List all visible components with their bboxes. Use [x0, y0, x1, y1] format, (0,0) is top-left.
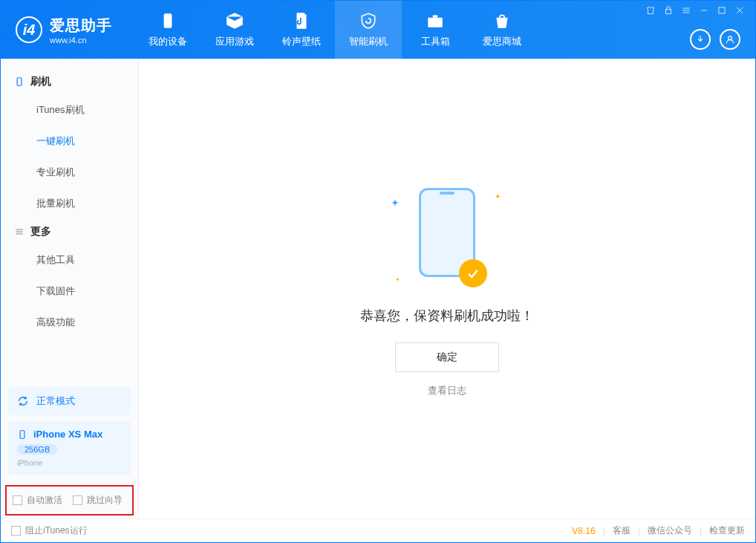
toolbox-icon — [426, 11, 445, 30]
checkbox-icon — [73, 495, 82, 505]
sparkle-icon: ✦ — [395, 276, 400, 283]
section-label: 更多 — [30, 225, 51, 238]
minimize-icon[interactable] — [699, 5, 709, 18]
ok-button[interactable]: 确定 — [395, 342, 499, 372]
sidebar-item-batch-flash[interactable]: 批量刷机 — [1, 188, 138, 219]
download-button[interactable] — [690, 29, 711, 50]
lock-icon[interactable] — [663, 5, 674, 18]
user-button[interactable] — [720, 29, 740, 50]
tab-apps-games[interactable]: 应用游戏 — [201, 1, 268, 59]
checkbox-icon — [11, 526, 21, 536]
tab-label: 应用游戏 — [215, 35, 254, 48]
cube-icon — [225, 11, 244, 30]
mode-box[interactable]: 正常模式 — [8, 387, 131, 415]
phone-icon — [14, 77, 25, 87]
sparkle-icon: ✦ — [495, 192, 501, 201]
tab-toolbox[interactable]: 工具箱 — [402, 1, 469, 59]
highlighted-options: 自动激活 跳过向导 — [5, 485, 134, 516]
shirt-icon[interactable] — [645, 5, 656, 18]
tab-label: 铃声壁纸 — [282, 35, 321, 48]
sidebar-item-onekey-flash[interactable]: 一键刷机 — [1, 126, 138, 157]
wechat-link[interactable]: 微信公众号 — [648, 524, 692, 537]
device-icon — [158, 11, 177, 30]
checkbox-icon — [13, 495, 22, 505]
success-graphic: ✦ ✦ ✦ — [373, 181, 521, 292]
tab-label: 工具箱 — [421, 35, 450, 48]
device-capacity: 256GB — [17, 444, 57, 455]
refresh-shield-icon — [359, 11, 378, 30]
support-link[interactable]: 客服 — [613, 524, 630, 537]
success-message: 恭喜您，保资料刷机成功啦！ — [360, 307, 534, 325]
bag-icon — [492, 11, 512, 30]
device-info[interactable]: iPhone XS Max 256GB iPhone — [8, 421, 131, 475]
checkbox-skip-guide[interactable]: 跳过向导 — [73, 494, 123, 507]
sidebar-item-other-tools[interactable]: 其他工具 — [1, 244, 138, 276]
svg-rect-8 — [719, 7, 725, 13]
header: i4 爱思助手 www.i4.cn 我的设备 应用游戏 铃声壁纸 智能刷机 — [1, 1, 755, 59]
close-icon[interactable] — [734, 5, 745, 18]
sidebar: 刷机 iTunes刷机 一键刷机 专业刷机 批量刷机 更多 其他工具 下载固件 … — [1, 59, 139, 518]
device-type: iPhone — [17, 458, 122, 467]
checkbox-auto-activate[interactable]: 自动激活 — [13, 494, 62, 507]
tab-store[interactable]: 爱思商城 — [469, 1, 535, 59]
tab-my-device[interactable]: 我的设备 — [134, 1, 201, 59]
tab-label: 智能刷机 — [349, 35, 388, 48]
svg-rect-1 — [428, 18, 443, 27]
checkbox-block-itunes[interactable]: 阻止iTunes运行 — [11, 524, 88, 537]
svg-point-11 — [729, 36, 732, 40]
sidebar-item-pro-flash[interactable]: 专业刷机 — [1, 157, 138, 188]
checkbox-label: 自动激活 — [27, 494, 62, 507]
tab-smart-flash[interactable]: 智能刷机 — [335, 1, 402, 59]
tab-label: 我的设备 — [149, 35, 187, 48]
svg-rect-16 — [20, 430, 25, 438]
svg-rect-0 — [164, 13, 172, 28]
section-label: 刷机 — [30, 75, 51, 88]
app-title: 爱思助手 — [50, 16, 112, 36]
window-controls — [645, 5, 745, 18]
header-right-icons — [690, 29, 740, 50]
sidebar-section-more: 更多 — [1, 219, 138, 244]
checkbox-label: 跳过向导 — [87, 494, 123, 507]
svg-rect-2 — [433, 15, 438, 17]
app-url: www.i4.cn — [50, 36, 112, 45]
svg-rect-12 — [17, 78, 22, 86]
body: 刷机 iTunes刷机 一键刷机 专业刷机 批量刷机 更多 其他工具 下载固件 … — [1, 59, 755, 518]
checkbox-label: 阻止iTunes运行 — [25, 524, 88, 537]
nav-tabs: 我的设备 应用游戏 铃声壁纸 智能刷机 工具箱 爱思商城 — [134, 1, 535, 59]
maximize-icon[interactable] — [717, 5, 727, 18]
sidebar-item-advanced[interactable]: 高级功能 — [1, 307, 138, 338]
device-name: iPhone XS Max — [33, 429, 102, 440]
success-check-icon — [459, 259, 487, 287]
version-label: V8.16 — [572, 526, 595, 536]
sidebar-item-download-firmware[interactable]: 下载固件 — [1, 276, 138, 307]
phone-icon — [17, 429, 27, 440]
footer: 阻止iTunes运行 V8.16 | 客服 | 微信公众号 | 检查更新 — [1, 518, 755, 542]
view-log-link[interactable]: 查看日志 — [428, 384, 466, 397]
svg-rect-3 — [666, 10, 671, 14]
sidebar-item-itunes-flash[interactable]: iTunes刷机 — [1, 94, 138, 126]
logo-icon: i4 — [16, 16, 42, 43]
tab-ringtone-wallpaper[interactable]: 铃声壁纸 — [268, 1, 335, 59]
tab-label: 爱思商城 — [483, 35, 521, 48]
menu-icon[interactable] — [681, 5, 691, 18]
main-content: ✦ ✦ ✦ 恭喜您，保资料刷机成功啦！ 确定 查看日志 — [139, 59, 755, 518]
check-update-link[interactable]: 检查更新 — [709, 524, 745, 537]
sidebar-section-flash: 刷机 — [1, 69, 138, 94]
list-icon — [14, 227, 25, 237]
app-window: i4 爱思助手 www.i4.cn 我的设备 应用游戏 铃声壁纸 智能刷机 — [0, 0, 756, 543]
sync-icon — [17, 395, 29, 407]
mode-label: 正常模式 — [36, 394, 75, 408]
music-file-icon — [292, 11, 311, 30]
sparkle-icon: ✦ — [391, 197, 400, 209]
app-logo: i4 爱思助手 www.i4.cn — [16, 16, 112, 45]
